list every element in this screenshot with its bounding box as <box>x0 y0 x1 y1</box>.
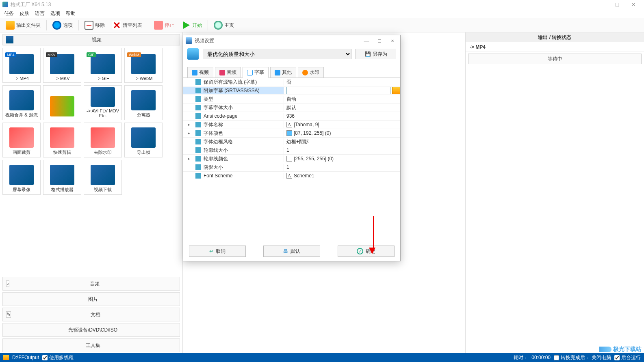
property-row[interactable]: 字体边框风格边框+阴影 <box>183 138 400 146</box>
property-row[interactable]: 保留所有源输入流 (字幕)否 <box>183 78 400 86</box>
menu-task[interactable]: 任务 <box>4 10 14 17</box>
category-tools[interactable]: 工具集 <box>2 338 180 352</box>
play-icon <box>182 21 191 30</box>
category-image-label: 图片 <box>9 296 176 303</box>
background-checkbox[interactable]: 后台运行 <box>614 354 641 361</box>
property-value[interactable]: 否 <box>284 79 400 86</box>
tile-thumb <box>9 127 34 148</box>
property-key: 保留所有源输入流 (字幕) <box>183 79 284 86</box>
property-key: 类型 <box>183 96 284 103</box>
format-tile[interactable]: 画面裁剪 <box>2 123 41 157</box>
property-input[interactable] <box>286 87 390 94</box>
format-tile[interactable]: -> MP4 <box>2 48 41 83</box>
tab-watermark[interactable]: 水印 <box>298 67 324 78</box>
tile-thumb <box>131 127 156 148</box>
home-button[interactable]: 主页 <box>211 20 236 30</box>
default-label: 默认 <box>291 248 300 255</box>
multithread-checkbox[interactable]: 使用多线程 <box>42 354 74 361</box>
format-tile[interactable]: -> GIF <box>84 48 122 83</box>
format-tile[interactable]: 视频下载 <box>84 160 122 195</box>
tile-thumb <box>91 87 115 107</box>
menu-skin[interactable]: 皮肤 <box>20 10 29 17</box>
property-value[interactable]: AScheme1 <box>284 173 400 179</box>
property-row[interactable]: 字幕字体大小默认 <box>183 103 400 112</box>
menu-language[interactable]: 语言 <box>35 10 45 17</box>
property-row[interactable]: 字体颜色[87, 192, 255] (0) <box>183 129 400 138</box>
category-video[interactable]: 视频 <box>2 34 180 45</box>
format-tile[interactable] <box>43 85 81 120</box>
task-status[interactable]: 等待中 <box>468 54 642 64</box>
property-value[interactable] <box>284 87 400 94</box>
property-row[interactable]: 阴影大小1 <box>183 163 400 172</box>
save-as-button[interactable]: 💾另存为 <box>356 49 396 59</box>
dialog-close-button[interactable]: × <box>387 38 398 44</box>
tile-label: -> WebM <box>134 76 153 81</box>
property-value[interactable]: [255, 255, 255] (0) <box>284 156 400 162</box>
format-tile[interactable]: -> MKV <box>43 48 81 83</box>
format-tile[interactable]: 格式播放器 <box>43 160 81 195</box>
stop-button[interactable]: 停止 <box>152 20 177 30</box>
format-tile[interactable]: 导出帧 <box>124 123 163 157</box>
property-icon <box>195 113 201 119</box>
tile-thumb <box>131 54 156 74</box>
task-row[interactable]: -> MP4 <box>466 42 644 52</box>
property-value[interactable]: 默认 <box>284 104 400 111</box>
property-value[interactable]: 自动 <box>284 96 400 103</box>
after-checkbox[interactable]: 转换完成后：关闭电脑 <box>554 354 611 361</box>
output-folder-button[interactable]: 输出文件夹 <box>3 20 43 30</box>
tab-subtitle[interactable]: 字幕 <box>243 67 269 78</box>
clear-button[interactable]: 清空列表 <box>110 20 145 30</box>
save-icon: 💾 <box>365 51 371 57</box>
output-path[interactable]: D:\FFOutput <box>12 355 39 360</box>
format-tile[interactable]: -> AVI FLV MOV Etc. <box>84 85 122 120</box>
property-value[interactable]: [87, 192, 255] (0) <box>284 130 400 136</box>
browse-button[interactable] <box>392 87 400 94</box>
category-video-label: 视频 <box>17 37 176 43</box>
property-row[interactable]: 字体名称A[Tahoma, 9] <box>183 121 400 129</box>
menu-help[interactable]: 帮助 <box>66 10 76 17</box>
cancel-button[interactable]: ↩取消 <box>189 246 246 257</box>
start-button[interactable]: 开始 <box>179 20 204 30</box>
tile-label: 格式播放器 <box>51 187 74 193</box>
format-tile[interactable]: 快速剪辑 <box>43 123 81 157</box>
property-value[interactable]: A[Tahoma, 9] <box>284 122 400 127</box>
property-row[interactable]: 类型自动 <box>183 95 400 103</box>
format-tile[interactable]: 屏幕录像 <box>2 160 41 195</box>
dialog-maximize-button[interactable]: □ <box>374 38 385 44</box>
category-audio[interactable]: ♪音频 <box>2 277 180 291</box>
property-value[interactable]: 1 <box>284 147 400 153</box>
minimize-button[interactable]: — <box>593 1 609 8</box>
property-row[interactable]: 轮廓线大小1 <box>183 146 400 155</box>
tile-thumb <box>50 165 74 185</box>
category-audio-label: 音频 <box>13 280 176 287</box>
tab-video[interactable]: 视频 <box>187 67 213 78</box>
format-tile[interactable]: 去除水印 <box>84 123 122 157</box>
category-disc[interactable]: 光驱设备\DVD\CD\ISO <box>2 323 180 337</box>
tab-audio[interactable]: 音频 <box>215 67 241 78</box>
preset-dropdown[interactable]: 最优化的质量和大小 <box>203 49 351 59</box>
property-value[interactable]: 边框+阴影 <box>284 138 400 145</box>
property-row[interactable]: Ansi code-page936 <box>183 112 400 121</box>
category-image[interactable]: 图片 <box>2 292 180 306</box>
dialog-minimize-button[interactable]: — <box>361 38 372 44</box>
format-tile[interactable]: 视频合并 & 混流 <box>2 85 41 120</box>
tile-thumb <box>131 90 156 110</box>
property-value[interactable]: 1 <box>284 164 400 170</box>
ok-button[interactable]: ✓确定 <box>338 246 395 257</box>
remove-button[interactable]: 移除 <box>82 20 107 30</box>
close-button[interactable]: × <box>625 1 642 8</box>
menu-options[interactable]: 选项 <box>50 10 60 17</box>
default-button[interactable]: 🖶默认 <box>263 246 320 257</box>
property-row[interactable]: 附加字幕 (SRT/ASS/SSA) <box>183 86 400 95</box>
property-row[interactable]: Font SchemeAScheme1 <box>183 172 400 180</box>
category-document[interactable]: ✎文档 <box>2 308 180 321</box>
property-row[interactable]: 轮廓线颜色[255, 255, 255] (0) <box>183 155 400 163</box>
format-tile[interactable]: -> WebM <box>124 48 163 83</box>
property-icon <box>195 173 201 179</box>
options-button[interactable]: 选项 <box>50 20 75 30</box>
property-value[interactable]: 936 <box>284 113 400 119</box>
format-tile[interactable]: 分离器 <box>124 85 163 120</box>
maximize-button[interactable]: □ <box>609 1 625 8</box>
tile-thumb <box>91 127 115 148</box>
tab-other[interactable]: 其他 <box>270 67 296 78</box>
